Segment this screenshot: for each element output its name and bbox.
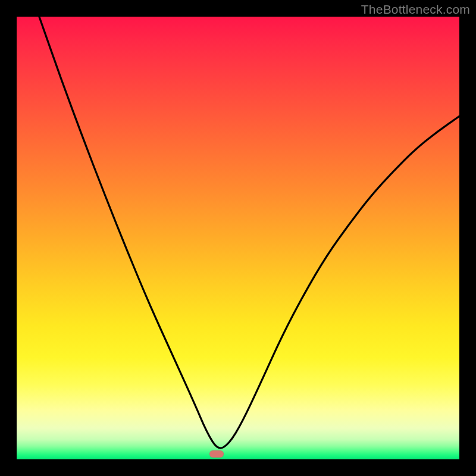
optimal-point-marker [209,450,224,458]
chart-frame: TheBottleneck.com [0,0,476,476]
watermark-text: TheBottleneck.com [361,2,470,17]
plot-area [17,17,459,459]
bottleneck-curve [17,17,459,459]
